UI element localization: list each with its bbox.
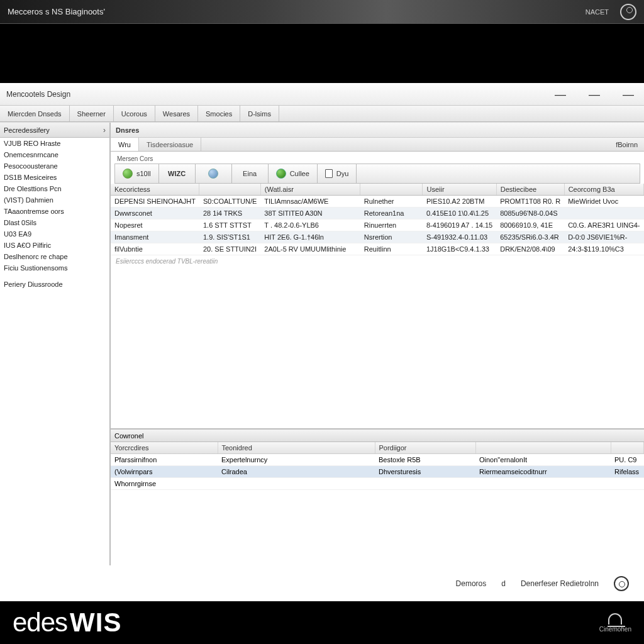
bell-wrap[interactable]: Cinemohen bbox=[599, 613, 631, 633]
black-band bbox=[0, 24, 644, 83]
menu-item[interactable]: Miercden Dnseds bbox=[0, 106, 70, 121]
menu-item[interactable]: Sheerner bbox=[70, 106, 114, 121]
sidebar-item[interactable]: Ficiu Sustionensoms bbox=[0, 262, 109, 274]
cell: DRK/EN2/08.4\09 bbox=[496, 243, 564, 255]
main-grid: Kecorictess (Watl.aisr Useiir Destiecibe… bbox=[111, 184, 644, 255]
table-row[interactable]: (VolwirnparsCilradeaDhversturesisRiermea… bbox=[111, 466, 644, 478]
cell bbox=[218, 478, 375, 490]
maximize-button[interactable]: — bbox=[589, 89, 600, 100]
cell bbox=[375, 478, 475, 490]
col-header[interactable]: Kecorictess bbox=[111, 184, 199, 196]
sidebar-item[interactable]: DS1B Mesiceires bbox=[0, 172, 109, 183]
gear-green-icon bbox=[123, 169, 133, 179]
menu-item[interactable]: Wesares bbox=[155, 106, 198, 121]
col-header[interactable]: Teonidred bbox=[218, 442, 375, 454]
profile-icon[interactable] bbox=[620, 4, 636, 20]
grid-status: Esiiercccs endocerad TVBL-rereatiin bbox=[111, 255, 644, 267]
cell: 38T SITITE0 A30N bbox=[260, 208, 360, 219]
footer-item[interactable]: Denerfeser Redietrolnn bbox=[521, 579, 599, 588]
toolbar-button[interactable]: Dyu bbox=[318, 164, 357, 183]
table-row[interactable]: DEPENSI SHEINOHAJHTS0:COALTTUN/ETILIAmns… bbox=[111, 196, 644, 208]
cell: Rifelass bbox=[611, 466, 644, 478]
document-icon bbox=[325, 169, 333, 178]
col-header[interactable]: Yorcrcdires bbox=[111, 442, 218, 454]
toolbar-label: Mersen Cors bbox=[114, 154, 640, 164]
cell: Expertelnurncy bbox=[218, 454, 375, 466]
cell: Pfarssirnifnon bbox=[111, 454, 218, 466]
col-header[interactable] bbox=[475, 442, 611, 454]
chevron-right-icon: › bbox=[103, 126, 106, 135]
menu-item[interactable]: D-lsims bbox=[240, 106, 279, 121]
table-row[interactable]: filVubntie20. SE STTUIN2I2A0L-5 RV UMUUM… bbox=[111, 243, 644, 255]
cell: 8085u96'N8-0.04S bbox=[496, 208, 564, 219]
toolbar-button-wizc[interactable]: WIZC bbox=[159, 164, 196, 183]
col-header[interactable]: Ceorcorng B3a bbox=[564, 184, 643, 196]
cell: Bestoxle R5B bbox=[375, 454, 475, 466]
table-row[interactable]: Dwwrsconet28 1i4 TRKS38T SITITE0 A30NRet… bbox=[111, 208, 644, 219]
sidebar-item[interactable]: TAaaontremse oors bbox=[0, 206, 109, 217]
lower-panel: Cowronel Yorcrcdires Teonidred Pordiigor… bbox=[111, 428, 644, 565]
table-row[interactable]: Whornrgirnse bbox=[111, 478, 644, 490]
cell: Cilradea bbox=[218, 466, 375, 478]
sidebar-item[interactable]: U03 EA9 bbox=[0, 228, 109, 240]
col-header[interactable]: Destiecibee bbox=[496, 184, 564, 196]
brand-logo: edes WIS bbox=[13, 608, 121, 638]
table-row[interactable]: Nopesret1.6 STT STTSTT . 48.2-0.6-YLB6Ri… bbox=[111, 219, 644, 231]
minimize-button[interactable]: — bbox=[555, 89, 566, 100]
sidebar-item[interactable]: Dlast 0Sils bbox=[0, 217, 109, 228]
sidebar-item[interactable]: IUS A€O Pilfiric bbox=[0, 240, 109, 251]
close-button[interactable]: — bbox=[623, 89, 634, 100]
cell: C0.G. ARE3R1 UING4- bbox=[564, 219, 643, 231]
cell: 20. SE STTUIN2I bbox=[199, 243, 260, 255]
cell: MieWiridet Uvoc bbox=[564, 196, 643, 208]
cell: Dwwrsconet bbox=[111, 208, 199, 219]
toolbar-wrap: Mersen Cors s10ll WIZC Eina Cullee Dyu bbox=[111, 152, 644, 184]
cell: filVubntie bbox=[111, 243, 199, 255]
sidebar-item[interactable]: Onemcesnrncane bbox=[0, 149, 109, 160]
col-header[interactable]: (Watl.aisr bbox=[260, 184, 360, 196]
window-controls: — — — bbox=[555, 89, 634, 100]
footer-item: d bbox=[501, 579, 506, 588]
cell: Nsrertion bbox=[360, 231, 423, 243]
target-icon[interactable] bbox=[614, 576, 629, 591]
table-row[interactable]: Imansment1.9. SIS'ST1S1HIT 2E6. G-1.†46l… bbox=[111, 231, 644, 243]
sidebar-item[interactable]: VJUB REO Hraste bbox=[0, 138, 109, 149]
cell: PU. C9 bbox=[611, 454, 644, 466]
footer-item[interactable]: Demoros bbox=[456, 579, 487, 588]
cell bbox=[475, 478, 611, 490]
sidebar-item[interactable]: Deslhenorc re chape bbox=[0, 251, 109, 262]
col-header[interactable] bbox=[611, 442, 644, 454]
sub-tabs-rightlink[interactable]: fBoirnn bbox=[609, 138, 644, 151]
sidebar-header[interactable]: Pecredessifery › bbox=[0, 123, 109, 138]
sidebar-item[interactable]: Pesocoousterane bbox=[0, 160, 109, 172]
sidebar-header-label: Pecredessifery bbox=[4, 126, 50, 134]
footer-gray: Demoros d Denerfeser Redietrolnn bbox=[0, 566, 644, 601]
sub-tab[interactable]: Tisdeersioasue bbox=[139, 138, 201, 151]
footer-black: edes WIS Cinemohen bbox=[0, 601, 644, 644]
sidebar-item[interactable]: Dre Olesttions Pcn bbox=[0, 183, 109, 194]
cell: Rulnether bbox=[360, 196, 423, 208]
toolbar-button[interactable]: Eina bbox=[232, 164, 269, 183]
cell: Whornrgirnse bbox=[111, 478, 218, 490]
sidebar-item[interactable]: Periery Diussroode bbox=[0, 279, 109, 290]
cell: Reuitlinn bbox=[360, 243, 423, 255]
col-header[interactable] bbox=[360, 184, 423, 196]
toolbar-button[interactable]: s10ll bbox=[115, 164, 159, 183]
col-header[interactable]: Useiir bbox=[423, 184, 496, 196]
cell: PIES10.A2 20BTM bbox=[423, 196, 496, 208]
grid-blank bbox=[111, 267, 644, 428]
col-header[interactable] bbox=[199, 184, 260, 196]
cell: Nopesret bbox=[111, 219, 199, 231]
toolbar-button[interactable]: Cullee bbox=[269, 164, 318, 183]
toolbar-button[interactable] bbox=[196, 164, 232, 183]
cell: 24:3-$119.10%C3 bbox=[564, 243, 643, 255]
table-row[interactable]: PfarssirnifnonExpertelnurncyBestoxle R5B… bbox=[111, 454, 644, 466]
window-titlebar: Mencootels Design — — — bbox=[0, 83, 644, 106]
cell bbox=[611, 478, 644, 490]
menu-item[interactable]: Smocies bbox=[198, 106, 240, 121]
menu-item[interactable]: Ucorous bbox=[114, 106, 155, 121]
col-header[interactable]: Pordiigor bbox=[375, 442, 475, 454]
sidebar-item[interactable]: (VIST) Dahmien bbox=[0, 194, 109, 206]
sub-tab[interactable]: Wru bbox=[111, 138, 139, 151]
cell: 80066910.9, 41E bbox=[496, 219, 564, 231]
